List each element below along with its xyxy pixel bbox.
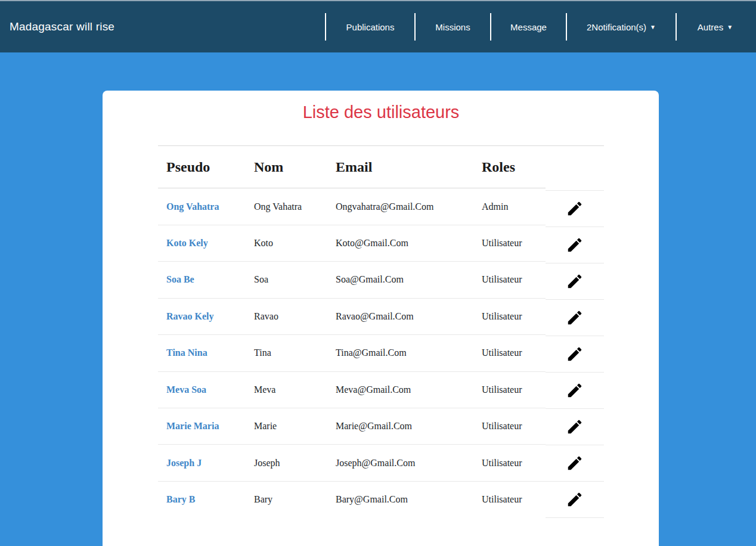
cell-email: Ravao@Gmail.Com	[327, 298, 473, 334]
edit-user-button[interactable]	[566, 454, 584, 472]
top-navbar: Madagascar will rise Publications Missio…	[0, 0, 756, 52]
cell-email: Meva@Gmail.Com	[327, 371, 473, 408]
pencil-icon	[566, 418, 584, 436]
pencil-icon	[566, 491, 584, 508]
cell-email: Joseph@Gmail.Com	[327, 445, 473, 481]
cell-pseudo: Soa Be	[158, 262, 246, 298]
navbar-brand[interactable]: Madagascar will rise	[10, 20, 114, 33]
pseudo-link[interactable]: Ravao Kely	[166, 311, 214, 321]
cell-roles: Utilisateur	[473, 335, 546, 371]
pencil-icon	[566, 236, 584, 254]
pseudo-link[interactable]: Joseph J	[166, 458, 202, 468]
cell-nom: Marie	[246, 408, 327, 444]
pseudo-link[interactable]: Tina Nina	[166, 348, 207, 358]
nav-item-publications[interactable]: Publications	[325, 13, 414, 41]
nav-item-message[interactable]: Message	[490, 13, 566, 41]
nav-item-label: Message	[510, 22, 547, 32]
edit-user-button[interactable]	[566, 200, 584, 218]
cell-pseudo: Meva Soa	[158, 371, 246, 408]
table-row: Ong Vahatra Ong Vahatra Ongvahatra@Gmail…	[158, 188, 546, 225]
table-row: Meva Soa Meva Meva@Gmail.Com Utilisateur	[158, 371, 546, 408]
edit-user-button[interactable]	[566, 418, 584, 436]
users-table-body: Ong Vahatra Ong Vahatra Ongvahatra@Gmail…	[158, 188, 546, 518]
cell-email: Bary@Gmail.Com	[327, 481, 473, 518]
pencil-icon	[566, 309, 584, 327]
users-table-area: Pseudo Nom Email Roles Ong Vahatra Ong V…	[158, 145, 604, 518]
edit-action-cell	[546, 373, 604, 409]
users-table: Pseudo Nom Email Roles Ong Vahatra Ong V…	[158, 146, 546, 518]
page-body: Liste des utilisateurs Pseudo Nom Email …	[0, 52, 756, 546]
cell-roles: Utilisateur	[473, 225, 546, 261]
pencil-icon	[566, 381, 584, 399]
pseudo-link[interactable]: Koto Kely	[166, 238, 208, 248]
cell-roles: Admin	[473, 188, 546, 225]
pseudo-link[interactable]: Soa Be	[166, 274, 194, 284]
cell-pseudo: Ravao Kely	[158, 298, 246, 334]
cell-email: Ongvahatra@Gmail.Com	[327, 188, 473, 225]
table-row: Marie Maria Marie Marie@Gmail.Com Utilis…	[158, 408, 546, 444]
cell-email: Soa@Gmail.Com	[327, 262, 473, 298]
cell-pseudo: Tina Nina	[158, 335, 246, 371]
cell-roles: Utilisateur	[473, 371, 546, 408]
table-row: Tina Nina Tina Tina@Gmail.Com Utilisateu…	[158, 335, 546, 371]
edit-user-button[interactable]	[566, 381, 584, 399]
edit-user-button[interactable]	[566, 272, 584, 290]
edit-action-cell	[546, 263, 604, 300]
cell-roles: Utilisateur	[473, 445, 546, 481]
pencil-icon	[566, 454, 584, 472]
cell-pseudo: Marie Maria	[158, 408, 246, 444]
cell-pseudo: Koto Kely	[158, 225, 246, 261]
edit-action-cell	[546, 336, 604, 373]
table-row: Ravao Kely Ravao Ravao@Gmail.Com Utilisa…	[158, 298, 546, 334]
edit-actions-header-spacer	[546, 148, 604, 191]
pseudo-link[interactable]: Bary B	[166, 494, 195, 504]
table-row: Joseph J Joseph Joseph@Gmail.Com Utilisa…	[158, 445, 546, 481]
cell-roles: Utilisateur	[473, 481, 546, 518]
app-screen: Madagascar will rise Publications Missio…	[0, 0, 756, 546]
edit-user-button[interactable]	[566, 491, 584, 508]
header-roles: Roles	[473, 146, 546, 188]
caret-down-icon: ▼	[650, 24, 656, 30]
edit-action-cell	[546, 409, 604, 445]
cell-nom: Meva	[246, 371, 327, 408]
table-header-row: Pseudo Nom Email Roles	[158, 146, 546, 188]
header-email: Email	[327, 146, 473, 188]
navbar-menu: Publications Missions Message 2Notificat…	[325, 13, 754, 41]
cell-nom: Soa	[246, 262, 327, 298]
cell-nom: Joseph	[246, 445, 327, 481]
pseudo-link[interactable]: Marie Maria	[166, 421, 219, 431]
edit-action-cell	[546, 191, 604, 227]
edit-action-cell	[546, 227, 604, 263]
pseudo-link[interactable]: Meva Soa	[166, 384, 206, 395]
nav-item-missions[interactable]: Missions	[414, 13, 490, 41]
cell-roles: Utilisateur	[473, 408, 546, 444]
nav-item-label: 2Notification(s)	[587, 22, 646, 32]
edit-action-cell	[546, 482, 604, 518]
caret-down-icon: ▼	[727, 24, 733, 30]
cell-nom: Tina	[246, 335, 327, 371]
cell-nom: Bary	[246, 481, 327, 518]
cell-nom: Koto	[246, 225, 327, 261]
table-row: Koto Kely Koto Koto@Gmail.Com Utilisateu…	[158, 225, 546, 261]
cell-nom: Ravao	[246, 298, 327, 334]
edit-user-button[interactable]	[566, 345, 584, 363]
pencil-icon	[566, 200, 584, 218]
nav-item-label: Publications	[346, 22, 395, 32]
table-row: Bary B Bary Bary@Gmail.Com Utilisateur	[158, 481, 546, 518]
cell-email: Tina@Gmail.Com	[327, 335, 473, 371]
page-title: Liste des utilisateurs	[158, 91, 604, 134]
edit-actions-column	[546, 146, 604, 518]
edit-action-cell	[546, 300, 604, 336]
nav-item-label: Missions	[435, 22, 470, 32]
edit-user-button[interactable]	[566, 309, 584, 327]
cell-pseudo: Ong Vahatra	[158, 188, 246, 225]
cell-roles: Utilisateur	[473, 298, 546, 334]
pseudo-link[interactable]: Ong Vahatra	[166, 201, 219, 212]
cell-pseudo: Bary B	[158, 481, 246, 518]
edit-action-cell	[546, 445, 604, 482]
nav-item-autres[interactable]: Autres ▼	[676, 13, 754, 41]
pencil-icon	[566, 345, 584, 363]
nav-item-2notification-s-[interactable]: 2Notification(s) ▼	[566, 13, 676, 41]
edit-user-button[interactable]	[566, 236, 584, 254]
header-nom: Nom	[246, 146, 327, 188]
